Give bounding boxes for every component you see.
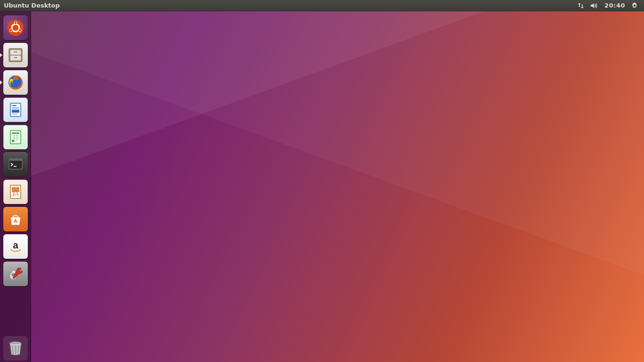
- sound-indicator[interactable]: [587, 0, 602, 11]
- launcher-item-dash[interactable]: [3, 16, 28, 40]
- clock-indicator[interactable]: 20:40: [602, 0, 628, 11]
- ubuntu-logo-icon: [6, 18, 25, 37]
- launcher-item-software[interactable]: A: [3, 207, 28, 231]
- svg-rect-6: [15, 21, 16, 24]
- terminal-icon: [6, 155, 25, 174]
- network-icon: [577, 2, 585, 9]
- presentation-icon: [7, 183, 24, 200]
- top-menu-bar: Ubuntu Desktop 20:40: [0, 0, 644, 11]
- svg-rect-28: [12, 140, 14, 142]
- launcher-item-calc[interactable]: [3, 125, 28, 149]
- svg-rect-13: [14, 57, 17, 58]
- session-indicator[interactable]: [628, 0, 641, 11]
- running-pip: [0, 80, 2, 85]
- launcher-item-terminal[interactable]: [3, 152, 28, 177]
- svg-rect-30: [9, 159, 22, 161]
- file-cabinet-icon: [6, 46, 25, 65]
- desktop-wallpaper: [0, 11, 644, 362]
- svg-rect-22: [12, 132, 19, 134]
- active-app-title: Ubuntu Desktop: [4, 2, 60, 9]
- launcher-item-firefox[interactable]: [3, 70, 28, 95]
- svg-rect-20: [12, 114, 17, 115]
- svg-rect-17: [12, 107, 19, 108]
- launcher-item-trash[interactable]: [3, 336, 28, 361]
- trash-icon: [6, 338, 25, 358]
- launcher-item-settings[interactable]: [3, 262, 28, 286]
- unity-launcher: A a: [0, 11, 31, 362]
- firefox-icon: [6, 73, 25, 92]
- power-cog-icon: [631, 2, 638, 9]
- svg-point-0: [634, 4, 636, 7]
- svg-rect-33: [12, 187, 19, 192]
- network-indicator[interactable]: [574, 0, 587, 11]
- launcher-item-files[interactable]: [3, 43, 28, 67]
- spreadsheet-icon: [7, 129, 24, 146]
- launcher-item-amazon[interactable]: a: [3, 234, 28, 259]
- launcher-item-impress[interactable]: [3, 180, 28, 204]
- svg-rect-18: [12, 108, 19, 109]
- running-pip: [0, 53, 2, 58]
- svg-rect-16: [12, 105, 17, 106]
- svg-text:a: a: [13, 240, 18, 250]
- svg-rect-12: [14, 51, 17, 53]
- launcher-item-writer[interactable]: [3, 98, 28, 122]
- amazon-icon: a: [7, 238, 24, 255]
- svg-text:A: A: [14, 218, 17, 224]
- gear-wrench-icon: [6, 264, 25, 283]
- clock-text: 20:40: [604, 2, 625, 9]
- shopping-bag-icon: A: [7, 211, 24, 228]
- document-writer-icon: [7, 101, 24, 118]
- svg-rect-19: [12, 110, 19, 113]
- volume-icon: [590, 2, 599, 9]
